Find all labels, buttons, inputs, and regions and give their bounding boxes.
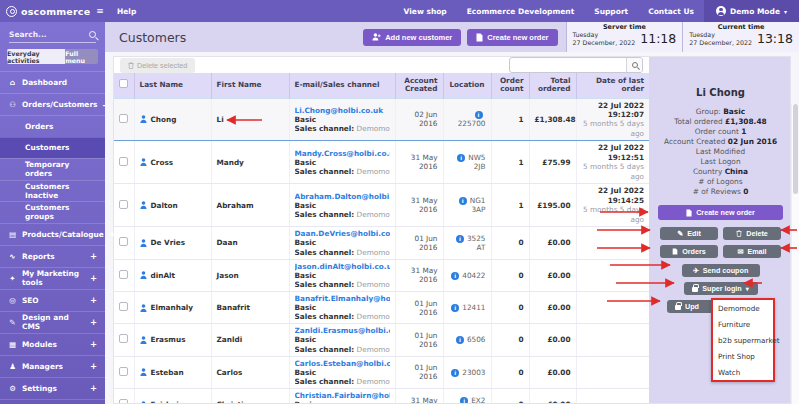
table-row[interactable]: Fairbairn Christian Christian.Fairbairn@… [114,388,649,404]
select-all-checkbox[interactable] [119,79,128,88]
info-icon[interactable]: i [457,154,465,162]
row-checkbox[interactable] [119,114,128,123]
table-row[interactable]: Cross Mandy Mandy.Cross@holbi.co.uk Basi… [114,141,649,184]
sidebar-search[interactable]: Search... [9,30,96,43]
email-link[interactable]: Abraham.Dalton@holbi.co.uk [295,192,390,201]
sidebar-item[interactable]: Customers groups [0,201,105,223]
table-row[interactable]: Elmanhaly Banafrit Banafrit.Elmanhaly@ho… [114,291,649,323]
add-new-customer-button[interactable]: Add new customer [363,29,461,46]
edit-button[interactable]: ✎Edit [660,227,718,240]
email-link[interactable]: Jason.dinAlt@holbi.co.uk [295,262,390,271]
col-account-created[interactable]: Account Created [395,73,443,98]
nav-link[interactable]: View shop [394,0,457,22]
row-checkbox[interactable] [119,367,128,376]
delete-button[interactable]: Delete [723,227,781,240]
dropdown-item[interactable]: Demomode [713,300,773,316]
nav-help[interactable]: Help [105,0,148,22]
info-icon[interactable]: i [459,197,467,205]
col-order-count[interactable]: Order count [491,73,529,98]
email-link[interactable]: Daan.DeVries@holbi.co.uk [295,229,390,238]
table-row[interactable]: Esteban Carlos Carlos.Esteban@holbi.co.u… [114,356,649,388]
email-link[interactable]: Christian.Fairbairn@holbi.co.u... [295,391,390,400]
nav-link[interactable]: Support [584,0,638,22]
info-icon[interactable]: i [451,272,459,280]
row-checkbox[interactable] [119,270,128,279]
delete-selected-button[interactable]: Delete selected [120,58,195,73]
create-new-order-button[interactable]: Create new order [467,29,557,46]
dropdown-item[interactable]: Print Shop [713,348,773,364]
col-date-of-last-order[interactable]: Date of last order [576,73,649,98]
dropdown-item[interactable]: Watch [713,364,773,380]
col-last-name[interactable]: Last Name [134,73,211,98]
info-icon[interactable]: i [456,336,464,344]
detail-line: Country China [649,167,791,177]
vertical-scrollbar[interactable] [791,104,799,404]
row-checkbox[interactable] [119,399,128,404]
email-link[interactable]: Carlos.Esteban@holbi.co.uk [295,359,390,368]
sidebar-item[interactable]: Customers [0,137,105,159]
super-login-button[interactable]: Super login▾ [684,282,758,295]
table-row[interactable]: Dalton Abraham Abraham.Dalton@holbi.co.u… [114,184,649,227]
nav-link[interactable]: Contact Us [638,0,704,22]
table-row[interactable]: Erasmus Zanldi Zanldi.Erasmus@holbi.co.u… [114,324,649,356]
row-checkbox[interactable] [119,237,128,246]
panel-create-new-order-button[interactable]: Create new order [658,205,783,220]
col-location[interactable]: Location [443,73,491,98]
sidebar-item[interactable]: Orders [0,115,105,137]
send-coupon-button[interactable]: ✈Send coupon [682,264,760,277]
table-row[interactable]: dinAlt Jason Jason.dinAlt@holbi.co.uk Ba… [114,259,649,291]
search-icon[interactable] [89,31,96,38]
expand-icon: + [90,339,97,349]
email-button[interactable]: ✉Email [723,245,781,258]
email-link[interactable]: Mandy.Cross@holbi.co.uk [295,149,390,158]
sidebar-item[interactable]: ⌂ Dashboard [0,71,105,93]
table-row[interactable]: Chong Li Li.Chong@holbi.co.uk Basic Sale… [114,98,649,141]
row-checkbox[interactable] [119,334,128,343]
tab-full-menu[interactable]: Full menu [65,49,98,64]
row-checkbox[interactable] [119,157,128,166]
sidebar-item[interactable]: ⚇ Orders/Customers – [0,93,105,115]
sidebar-item[interactable]: ✦ My Marketing tools + [0,267,105,289]
sidebar-item[interactable]: ◎ SEO + [0,289,105,311]
table-search-input[interactable] [510,61,626,70]
brand[interactable]: oscommerce ≡ [0,0,105,22]
nav-link[interactable]: Ecommerce Development [457,0,585,22]
row-checkbox[interactable] [119,200,128,209]
sidebar-item[interactable]: ♟ Managers + [0,355,105,377]
col-first-name[interactable]: First Name [211,73,289,98]
order-count: 0 [518,400,523,404]
sidebar-item[interactable]: ✎ Design and CMS + [0,311,105,333]
customer-group: Basic [295,201,390,210]
info-icon[interactable]: i [460,397,468,404]
info-icon[interactable]: i [456,235,464,243]
table-search-button[interactable] [626,58,642,72]
server-time-label: Server time [573,23,677,31]
sidebar-item[interactable]: ▭ Sales channels [0,399,105,404]
col-total-ordered[interactable]: Total ordered [529,73,576,98]
table-row[interactable]: De Vries Daan Daan.DeVries@holbi.co.uk B… [114,227,649,259]
info-icon[interactable]: i [475,111,483,119]
demo-mode-menu[interactable]: Demo Mode ▾ [704,0,799,22]
sidebar-item[interactable]: ⚙ Settings + [0,377,105,399]
person-icon [140,336,147,344]
email-link[interactable]: Banafrit.Elmanhaly@holbi.co.uk [295,294,390,303]
expand-icon: + [90,317,97,327]
orders-button[interactable]: Orders [660,245,718,258]
dropdown-item[interactable]: Furniture [713,316,773,332]
email-link[interactable]: Li.Chong@holbi.co.uk [295,106,390,115]
sidebar-item[interactable]: ▤ Products/Catalogue + [0,223,105,245]
col-email-sales-channel[interactable]: E-mail/Sales channel [289,73,395,98]
info-icon[interactable]: i [451,369,459,377]
row-checkbox[interactable] [119,302,128,311]
dropdown-item[interactable]: b2b supermarket [713,332,773,348]
sales-channel: Sales channel: Demomode [295,167,390,176]
sidebar-item[interactable]: Customers Inactive [0,180,105,202]
sidebar-item[interactable]: ▦ Modules + [0,333,105,355]
sidebar-item[interactable]: ∿ Reports + [0,245,105,267]
tab-everyday-activities[interactable]: Everyday activities [7,49,65,64]
info-icon[interactable]: i [451,304,459,312]
scrollbar-thumb[interactable] [793,104,798,194]
email-link[interactable]: Zanldi.Erasmus@holbi.co.uk [295,326,390,335]
sidebar-item[interactable]: Temporary orders [0,158,105,180]
hamburger-menu-icon[interactable]: ≡ [96,6,104,16]
